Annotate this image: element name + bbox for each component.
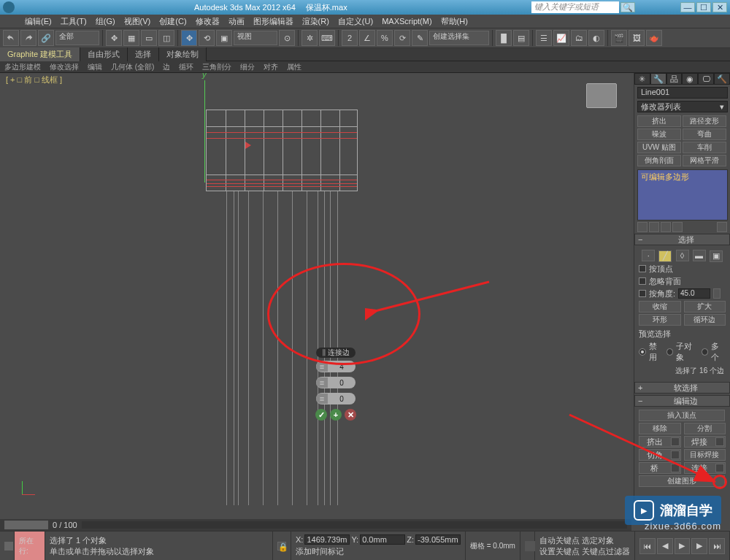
mod-pathdeform-button[interactable]: 路径变形 (683, 115, 726, 127)
coord-y-field[interactable]: 0.0mm (360, 534, 405, 545)
select-name-button[interactable]: ▦ (123, 30, 139, 46)
ribbon-poly-model[interactable]: 多边形建模 (0, 62, 45, 72)
time-slider[interactable]: 0 / 100 (0, 519, 631, 531)
goto-start-button[interactable]: ⏮ (639, 538, 656, 554)
preview-disable-radio[interactable] (639, 348, 646, 356)
shrink-button[interactable]: 收缩 (639, 301, 681, 312)
chamfer-button[interactable]: 切角 (639, 449, 681, 461)
play-button[interactable]: ▶ (675, 538, 691, 554)
menu-modifiers[interactable]: 修改器 (191, 16, 224, 27)
caddy-slide-spinner[interactable]: ≡0 (316, 393, 356, 404)
close-button[interactable]: ✕ (712, 2, 727, 12)
make-unique-button[interactable] (661, 222, 671, 232)
menu-customize[interactable]: 自定义(U) (334, 16, 377, 27)
prev-frame-button[interactable]: ◀ (657, 538, 673, 554)
bridge-settings-button[interactable] (671, 464, 680, 472)
ribbon-subdiv[interactable]: 细分 (236, 62, 259, 72)
selection-filter-dropdown[interactable]: 全部 (55, 31, 99, 45)
maxscript-mini-button[interactable] (4, 542, 13, 551)
coord-z-field[interactable]: -39.055mm (415, 534, 461, 545)
snap-2d-button[interactable]: 2 (342, 30, 358, 46)
coord-x-field[interactable]: 1469.739m (304, 534, 350, 545)
lock-selection-button[interactable]: 🔒 (277, 542, 286, 551)
modifier-list-dropdown[interactable]: 修改器列表▾ (637, 101, 728, 112)
named-selection-dropdown[interactable]: 创建选择集 (429, 31, 489, 45)
spinner-snap-button[interactable]: ⟳ (394, 30, 410, 46)
grow-button[interactable]: 扩大 (684, 301, 726, 312)
insert-vertex-button[interactable]: 插入顶点 (639, 410, 725, 421)
next-frame-button[interactable]: ▶ (691, 538, 707, 554)
set-key-button[interactable]: 设置关键点 (539, 547, 580, 556)
pin-stack-button[interactable] (637, 222, 648, 232)
menu-maxscript[interactable]: MAXScript(M) (377, 17, 436, 26)
preview-multi-radio[interactable] (702, 348, 708, 356)
menu-tools[interactable]: 工具(T) (56, 16, 91, 27)
ribbon-tab-selection[interactable]: 选择 (128, 47, 159, 61)
ref-coord-dropdown[interactable]: 视图 (234, 31, 277, 45)
render-setup-button[interactable]: 🎬 (611, 30, 627, 46)
viewport[interactable]: [ + □ 前 □ 线框 ] ‖ 连接边 ≡4 ≡0 ≡0 ✓ + ✕ (0, 73, 631, 519)
by-vertex-checkbox[interactable] (639, 265, 646, 272)
by-angle-checkbox[interactable] (639, 290, 646, 297)
preview-subobj-radio[interactable] (666, 348, 673, 356)
configure-sets-button[interactable] (717, 222, 727, 232)
bridge-button[interactable]: 桥 (639, 462, 681, 474)
menu-rendering[interactable]: 渲染(R) (298, 16, 334, 27)
goto-end-button[interactable]: ⏭ (709, 538, 725, 554)
viewport-label[interactable]: [ + □ 前 □ 线框 ] (6, 74, 62, 85)
isolate-button[interactable] (525, 541, 535, 551)
target-weld-button[interactable]: 目标焊接 (684, 449, 726, 461)
mod-bevelprofile-button[interactable]: 倒角剖面 (637, 155, 681, 166)
maximize-button[interactable]: ☐ (696, 2, 711, 12)
caddy-ok-button[interactable]: ✓ (315, 409, 327, 421)
use-center-button[interactable]: ⊙ (279, 30, 295, 46)
tab-create[interactable]: ✳ (634, 73, 650, 85)
window-crossing-button[interactable]: ◫ (158, 30, 174, 46)
modifier-stack[interactable]: 可编辑多边形 (637, 169, 728, 220)
ribbon-tab-freeform[interactable]: 自由形式 (80, 47, 128, 61)
ignore-backfacing-checkbox[interactable] (639, 277, 646, 285)
mirror-button[interactable]: ▐▌ (496, 30, 512, 46)
tab-utilities[interactable]: 🔨 (714, 73, 730, 85)
ribbon-edges[interactable]: 边 (158, 62, 174, 72)
edit-named-sel-button[interactable]: ✎ (412, 30, 428, 46)
manipulate-button[interactable]: ✲ (301, 30, 318, 46)
extrude-settings-button[interactable] (671, 437, 680, 446)
connect-button[interactable]: 连接 (684, 462, 726, 474)
scale-button[interactable]: ▣ (216, 30, 232, 46)
menu-edit[interactable]: 编辑(E) (20, 16, 56, 27)
keyboard-shortcut-button[interactable]: ⌨ (319, 30, 335, 46)
time-slider-thumb[interactable] (4, 521, 48, 529)
loop-button[interactable]: 循环边 (684, 314, 726, 326)
tab-modify[interactable]: 🔧 (650, 73, 666, 85)
render-frame-button[interactable]: 🖼 (629, 30, 645, 46)
auto-key-button[interactable]: 自动关键点 (539, 536, 580, 545)
ring-button[interactable]: 环形 (639, 314, 681, 326)
link-button[interactable]: 🔗 (38, 30, 54, 46)
angle-spinner[interactable] (713, 288, 721, 299)
mod-lathe-button[interactable]: 车削 (683, 142, 726, 153)
subobj-vertex[interactable]: · (642, 250, 655, 261)
caddy-pinch-spinner[interactable]: ≡0 (316, 377, 356, 388)
snap-percent-button[interactable]: % (377, 30, 393, 46)
tab-motion[interactable]: ◉ (682, 73, 698, 85)
material-editor-button[interactable]: ◐ (588, 30, 604, 46)
caddy-apply-button[interactable]: + (330, 409, 342, 421)
connect-settings-button[interactable] (715, 464, 724, 472)
move-button[interactable]: ✥ (181, 30, 197, 46)
snap-angle-button[interactable]: ∠ (359, 30, 375, 46)
help-search-input[interactable]: 键入关键字或短语 (531, 1, 619, 13)
create-shape-button[interactable]: 创建图形 (639, 475, 725, 487)
viewcube[interactable] (586, 83, 617, 108)
chamfer-settings-button[interactable] (671, 450, 680, 459)
curve-editor-button[interactable]: 📈 (553, 30, 569, 46)
show-end-result-button[interactable] (649, 222, 659, 232)
mod-noise-button[interactable]: 噪波 (637, 129, 681, 140)
select-button[interactable]: ✥ (106, 30, 122, 46)
object-name-field[interactable]: Line001 (637, 87, 728, 99)
ribbon-edit[interactable]: 编辑 (83, 62, 107, 72)
undo-button[interactable] (3, 30, 19, 46)
mod-meshsmooth-button[interactable]: 网格平滑 (683, 155, 726, 166)
menu-help[interactable]: 帮助(H) (437, 16, 472, 27)
ribbon-props[interactable]: 属性 (283, 62, 306, 72)
